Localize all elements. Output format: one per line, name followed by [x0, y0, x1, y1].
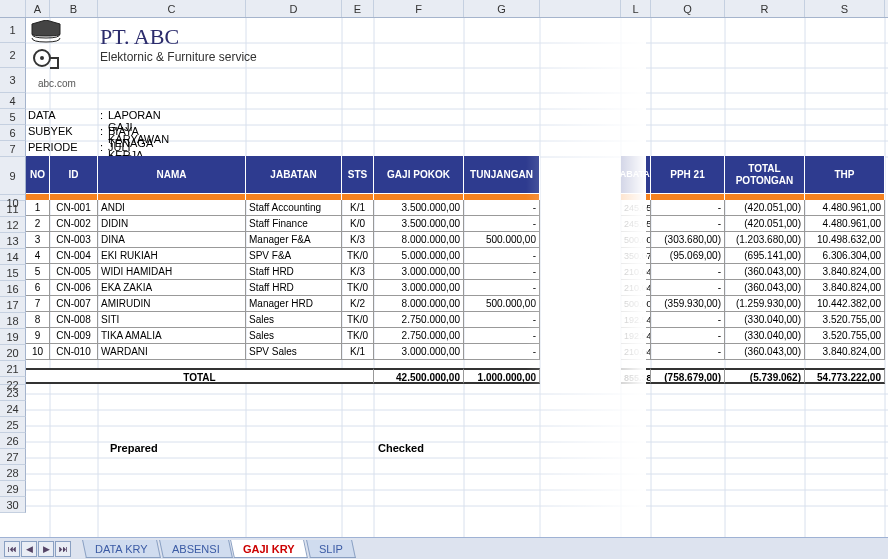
table-row[interactable]: 500.000,00)(303.680,00)(1.203.680,00)10.…	[621, 232, 885, 248]
tab-nav-first[interactable]: ⏮	[4, 541, 20, 557]
table-row[interactable]: 210.043,00)-(360.043,00)3.840.824,00	[621, 280, 885, 296]
tab-data-kry[interactable]: DATA KRY	[82, 540, 160, 558]
col-F[interactable]: F	[374, 0, 464, 17]
table-row[interactable]: 8CN-008SITISalesTK/02.750.000,00-	[26, 312, 540, 328]
tab-nav-prev[interactable]: ◀	[21, 541, 37, 557]
table-row[interactable]: 4CN-004EKI RUKIAHSPV F&ATK/05.000.000,00…	[26, 248, 540, 264]
company-logo	[28, 20, 64, 75]
column-headers: A B C D E F G L Q R S	[0, 0, 888, 18]
table-row[interactable]: 210.043,00)-(360.043,00)3.840.824,00	[621, 264, 885, 280]
table-row[interactable]: 245.051,00)-(420.051,00)4.480.961,00	[621, 216, 885, 232]
col-A[interactable]: A	[26, 0, 50, 17]
table-row[interactable]: 6CN-006EKA ZAKIAStaff HRDTK/03.000.000,0…	[26, 280, 540, 296]
total-row: 855.383,00)(758.679,00)(5.739.062)54.773…	[621, 368, 885, 384]
sig-checked: Checked	[378, 442, 424, 454]
table-header-right: JABATAN PPH 21 TOTAL POTONGAN THP	[621, 156, 885, 194]
company-subtitle: Elektornic & Furniture service	[100, 50, 257, 64]
col-C[interactable]: C	[98, 0, 246, 17]
table-body-left: 1CN-001ANDIStaff AccountingK/13.500.000,…	[26, 200, 540, 384]
col-D[interactable]: D	[246, 0, 342, 17]
col-S[interactable]: S	[805, 0, 885, 17]
table-row[interactable]: 192.540,00)-(330.040,00)3.520.755,00	[621, 328, 885, 344]
tab-nav-next[interactable]: ▶	[38, 541, 54, 557]
col-B[interactable]: B	[50, 0, 98, 17]
col-R[interactable]: R	[725, 0, 805, 17]
table-row[interactable]: 3CN-003DINAManager F&AK/38.000.000,00500…	[26, 232, 540, 248]
table-row[interactable]: 500.000,00)(359.930,00)(1.259.930,00)10.…	[621, 296, 885, 312]
col-E[interactable]: E	[342, 0, 374, 17]
company-domain: abc.com	[38, 78, 76, 89]
sheet-tabs: ⏮ ◀ ▶ ⏭ DATA KRY ABSENSI GAJI KRY SLIP	[0, 537, 888, 559]
table-row[interactable]: 192.540,00)-(330.040,00)3.520.755,00	[621, 312, 885, 328]
col-Q[interactable]: Q	[651, 0, 725, 17]
tab-gaji-kry[interactable]: GAJI KRY	[230, 540, 307, 558]
table-row[interactable]: 245.051,00)-(420.051,00)4.480.961,00	[621, 200, 885, 216]
table-body-right: 245.051,00)-(420.051,00)4.480.961,00245.…	[621, 200, 885, 384]
table-row[interactable]: 1CN-001ANDIStaff AccountingK/13.500.000,…	[26, 200, 540, 216]
tab-absensi[interactable]: ABSENSI	[159, 540, 233, 558]
table-header-left: NO ID NAMA JABATAN STS GAJI POKOK TUNJAN…	[26, 156, 540, 194]
table-row[interactable]: 7CN-007AMIRUDINManager HRDK/28.000.000,0…	[26, 296, 540, 312]
svg-point-28	[40, 56, 44, 60]
table-row[interactable]: 210.043,00)-(360.043,00)3.840.824,00	[621, 344, 885, 360]
table-row[interactable]: 5CN-005WIDI HAMIDAHStaff HRDK/33.000.000…	[26, 264, 540, 280]
row-headers: 1 2 3 4 5 6 7 9 10 11 12 13 14 15 16 17 …	[0, 18, 26, 513]
total-row: TOTAL42.500.000,001.000.000,00	[26, 368, 540, 384]
tab-nav-last[interactable]: ⏭	[55, 541, 71, 557]
table-row[interactable]: 2CN-002DIDINStaff FinanceK/03.500.000,00…	[26, 216, 540, 232]
col-L[interactable]: L	[621, 0, 651, 17]
sig-prepared: Prepared	[110, 442, 158, 454]
table-row[interactable]: 10CN-010WARDANISPV SalesK/13.000.000,00-	[26, 344, 540, 360]
company-name: PT. ABC	[100, 24, 179, 50]
table-row[interactable]: 9CN-009TIKA AMALIASalesTK/02.750.000,00-	[26, 328, 540, 344]
table-row[interactable]: 350.072,00)(95.069,00)(695.141,00)6.306.…	[621, 248, 885, 264]
col-G[interactable]: G	[464, 0, 540, 17]
tab-slip[interactable]: SLIP	[306, 540, 356, 558]
